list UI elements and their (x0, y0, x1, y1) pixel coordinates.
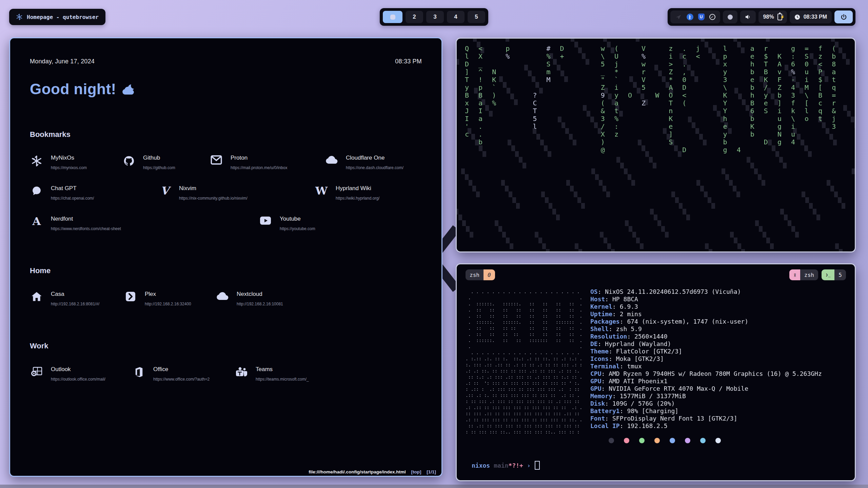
palette-dot (639, 438, 645, 443)
terminal-color-palette (609, 438, 721, 443)
workspace-button-1[interactable] (383, 11, 402, 23)
bookmark-url: https://mail.proton.me/u/0/inbox (231, 165, 287, 170)
github-icon (122, 155, 136, 167)
fastfetch-info-line: DE: Hyprland (Wayland) (590, 340, 822, 348)
bookmark-url: http://192.168.2.16:32400 (145, 302, 191, 306)
browser-statusbar: file:///home/hadi/.config/startpage/inde… (309, 469, 436, 474)
fastfetch-info-line: Icons: Moka [GTK2/3] (590, 355, 822, 363)
fastfetch-info-line: Local IP: 192.168.2.5 (590, 422, 822, 430)
nixos-snowflake-icon (16, 14, 23, 20)
shield-icon[interactable]: U (698, 14, 705, 20)
prompt-icon: ❯_ (822, 269, 834, 280)
cloud-icon (325, 155, 338, 164)
bookmark-item-github[interactable]: Github https://github.com (122, 155, 210, 170)
letter-w-icon: W (315, 186, 328, 196)
bookmark-title: Hyprland Wiki (336, 185, 379, 192)
qutebrowser-window[interactable]: Monday, June 17, 2024 08:33 PM Good nigh… (9, 37, 442, 477)
power-button[interactable] (834, 11, 853, 23)
clock-indicator[interactable]: 08:33 PM (790, 11, 832, 23)
palette-dot (685, 438, 690, 443)
tmux-count-badge[interactable]: ❯_ 5 (822, 269, 846, 280)
tmux-session-badge[interactable]: 🯅 zsh (789, 269, 818, 280)
prompt-arrow: › (527, 462, 531, 469)
bookmark-title: Youtube (280, 216, 315, 222)
section-heading-home: Home (30, 266, 422, 275)
fastfetch-info-line: Memory: 1577MiB / 31377MiB (590, 392, 822, 400)
prompt-git-branch: main (494, 462, 508, 469)
bookmark-item-chat-gpt[interactable]: Chat GPT https://chat.openai.com/ (30, 185, 158, 201)
cloud-icon (216, 291, 229, 300)
tmux-window-badge[interactable]: zsh 0 (466, 269, 495, 280)
bookmark-item-hyprland-wiki[interactable]: W Hyprland Wiki https://wiki.hyprland.or… (315, 185, 422, 201)
workspace-button-2[interactable]: 2 (406, 11, 423, 23)
bookmark-item-proton[interactable]: Proton https://mail.proton.me/u/0/inbox (210, 155, 325, 170)
bookmark-title: Outlook (51, 366, 105, 373)
speaker-icon (745, 14, 751, 20)
send-icon[interactable] (675, 14, 682, 20)
tmux-window-count: 5 (834, 269, 846, 280)
bookmark-item-plex[interactable]: Plex http://192.168.2.16:32400 (124, 291, 216, 306)
link-row: MyNixOs https://mynixos.com Github https… (30, 155, 422, 170)
statusbar-scroll-pos: [top] (411, 469, 421, 474)
link-row: Casa http://192.168.2.16:8081/#/ Plex ht… (30, 291, 422, 306)
palette-dot (670, 438, 675, 443)
fastfetch-info-line: OS: NixOS 24.11.20240612.57d6973 (Vicuña… (590, 288, 822, 296)
chat-icon (30, 186, 43, 196)
bookmark-item-cloudflare-one[interactable]: Cloudflare One https://one.dash.cloudfla… (325, 155, 422, 170)
letter-v-icon: V (158, 186, 172, 196)
clock-time: 08:33 PM (804, 14, 827, 20)
indicator-dot-button[interactable] (723, 11, 737, 23)
bookmark-title: Cloudflare One (346, 155, 403, 161)
bookmark-item-mynixos[interactable]: MyNixOs https://mynixos.com (30, 155, 122, 170)
mail-icon (210, 155, 223, 165)
fastfetch-terminal-window[interactable]: zsh 0 🯅 zsh ❯_ 5 . . . . . . . . . . . .… (456, 263, 856, 481)
section-heading-work: Work (30, 342, 422, 350)
bookmark-item-youtube[interactable]: Youtube https://youtube.com (259, 216, 422, 231)
link-row: Chat GPT https://chat.openai.com/V Nixvi… (30, 185, 422, 201)
bookmark-item-outlook[interactable]: Outlook https://outlook.office.com/mail/ (30, 366, 132, 382)
bookmark-item-nerdfont[interactable]: A Nerdfont https://www.nerdfonts.com/che… (30, 216, 259, 231)
bookmark-item-office[interactable]: Office https://www.office.com/?auth=2 (132, 366, 235, 382)
palette-dot (624, 438, 629, 443)
check-circle-icon[interactable]: ✓ (709, 14, 715, 20)
tmux-statusbar: zsh 0 🯅 zsh ❯_ 5 (457, 269, 855, 281)
bookmark-item-nixvim[interactable]: V Nixvim https://nix-community.github.io… (158, 185, 315, 201)
clock-icon (794, 14, 800, 20)
volume-button[interactable] (740, 11, 756, 23)
wallpaper-bottom-edge (0, 485, 868, 488)
statusbar-tab-index: [1/1] (427, 469, 436, 474)
user-icon: 🯅 (789, 269, 800, 280)
matrix-terminal-window[interactable]: Q < p # D w ( V z . j l a r g = f ( l X … (456, 38, 856, 252)
tmux-window-index: 0 (484, 269, 495, 280)
bookmark-title: Teams (256, 366, 309, 373)
active-window-title[interactable]: Homepage - qutebrowser (9, 9, 105, 25)
tmux-session-name: zsh (800, 269, 818, 280)
bluetooth-icon[interactable]: ᛒ (687, 14, 693, 20)
fastfetch-info-line: Terminal: tmux (590, 363, 822, 370)
fastfetch-info-line: Disk: 109G / 576G (20%) (590, 400, 822, 407)
bookmark-url: https://teams.microsoft.com/_ (256, 377, 309, 382)
cloud-moon-icon (121, 82, 137, 96)
battery-indicator[interactable]: 98% (758, 11, 787, 23)
shell-prompt[interactable]: nixos main *?!+ › (472, 461, 540, 470)
bookmark-item-teams[interactable]: Teams https://teams.microsoft.com/_ (235, 366, 422, 382)
fastfetch-info-line: Theme: FlatColor [GTK2/3] (590, 348, 822, 355)
cmatrix-rain-text: Q < p # D w ( V z . j l a r g = f ( l X … (465, 45, 839, 154)
dot-icon (728, 15, 733, 20)
house-icon (30, 291, 43, 302)
fastfetch-ascii-art: . . . . . . . . . . . . . . . . . . . . … (466, 289, 582, 435)
bookmark-url: https://www.nerdfonts.com/cheat-sheet (51, 226, 121, 231)
fastfetch-info-line: GPU: AMD ATI Phoenix1 (590, 378, 822, 385)
active-workspace-icon (390, 15, 395, 20)
bookmark-title: Nixvim (179, 185, 248, 192)
startpage-date: Monday, June 17, 2024 (30, 58, 95, 65)
workspace-button-4[interactable]: 4 (447, 11, 465, 23)
bookmark-title: Casa (51, 291, 99, 298)
workspace-button-3[interactable]: 3 (426, 11, 444, 23)
workspace-button-5[interactable]: 5 (468, 11, 485, 23)
bookmark-item-nextcloud[interactable]: Nextcloud http://192.168.2.16:10081 (216, 291, 422, 306)
palette-dot (654, 438, 660, 443)
bookmark-title: MyNixOs (51, 155, 87, 161)
fastfetch-info-line: Kernel: 6.9.3 (590, 303, 822, 310)
bookmark-item-casa[interactable]: Casa http://192.168.2.16:8081/#/ (30, 291, 124, 306)
